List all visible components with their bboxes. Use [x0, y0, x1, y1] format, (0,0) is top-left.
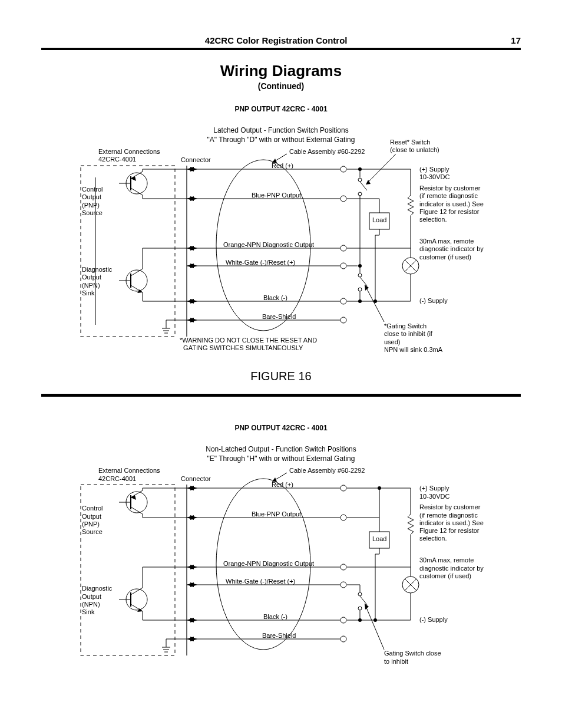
fig16-load: Load [372, 216, 386, 224]
fig17-opt-line2: "E" Through "H" with or without External… [207, 454, 355, 463]
fig17-diagram: External Connections 42CRC-4001 Connecto… [63, 467, 499, 667]
fig16-opt-line1: Latched Output - Function Switch Positio… [213, 126, 348, 134]
fig16-diag-ind: 30mA max, remote diagnostic indicator by… [419, 238, 484, 261]
fig16-red: Red (+) [272, 162, 293, 170]
fig16-white: White-Gate (-)/Reset (+) [226, 259, 295, 266]
svg-point-84 [358, 274, 362, 277]
fig16-bare: Bare-Shield [262, 313, 296, 321]
fig17-black: Black (-) [263, 613, 287, 621]
fig17-supply-neg: (-) Supply [419, 616, 448, 624]
fig16-caption: FIGURE 16 [41, 370, 521, 383]
svg-point-30 [340, 166, 346, 172]
fig17-opt-line1: Non-Latched Output - Function Switch Pos… [206, 445, 356, 453]
fig17-white: White-Gate (-)/Reset (+) [226, 578, 295, 585]
fig16-diag-out: Diagnostic Output (NPN) Sink [82, 266, 112, 297]
fig16-control-out: Control Output (PNP) Source [82, 186, 103, 217]
fig16-reset-sw: Reset* Switch (close to unlatch) [390, 139, 439, 154]
fig17-gating-note: Gating Switch close to inhibit [384, 650, 443, 665]
fig17-connector-lbl: Connector [181, 475, 211, 483]
fig17-subheading: PNP OUTPUT 42CRC - 4001 [41, 424, 521, 432]
fig17-orange: Orange-NPN Diagnostic Output [223, 560, 314, 568]
fig16-gating-note: *Gating Switch close to inhibit (if used… [384, 322, 443, 354]
svg-point-126 [340, 515, 346, 521]
fig17-red: Red (+) [272, 481, 293, 489]
svg-line-90 [365, 285, 384, 322]
fig17-ext-conn: External Connections 42CRC-4001 [98, 467, 160, 482]
svg-point-43 [340, 298, 346, 304]
fig16-supply-pos: (+) Supply 10-30VDC [419, 166, 449, 181]
fig17-diag-out: Diagnostic Output (NPN) Sink [82, 585, 112, 616]
svg-point-140 [340, 636, 346, 642]
svg-point-170 [358, 592, 362, 596]
fig16-option-desc: Latched Output - Function Switch Positio… [41, 126, 521, 144]
fig17-supply-pos: (+) Supply 10-30VDC [419, 485, 449, 500]
fig16-connector-lbl: Connector [181, 156, 211, 164]
svg-line-23 [95, 177, 119, 183]
fig17-blue: Blue-PNP Output [252, 510, 301, 518]
svg-point-122 [340, 485, 346, 491]
page-header: 42CRC Color Registration Control 17 [41, 35, 521, 50]
svg-line-65 [360, 182, 367, 190]
svg-line-85 [360, 277, 367, 286]
svg-point-48 [340, 317, 346, 323]
svg-point-129 [340, 564, 346, 570]
svg-point-135 [340, 617, 346, 623]
svg-line-171 [360, 596, 367, 605]
fig17-resistor-note: Resistor by customer (if remote diagnost… [419, 503, 484, 542]
svg-point-64 [358, 178, 362, 182]
fig17-cable: Cable Assembly #60-2292 [289, 467, 365, 475]
fig17-bare: Bare-Shield [262, 632, 296, 640]
fig16-ext-conn: External Connections 42CRC-4001 [98, 148, 160, 163]
svg-point-172 [358, 607, 362, 610]
fig16-resistor-note: Resistor by customer (if remote diagnost… [419, 185, 484, 223]
fig16-subheading: PNP OUTPUT 42CRC - 4001 [41, 105, 521, 113]
fig17-option-desc: Non-Latched Output - Function Switch Pos… [41, 445, 521, 463]
svg-point-66 [358, 192, 362, 196]
fig16-cable: Cable Assembly #60-2292 [289, 148, 365, 156]
header-title: 42CRC Color Registration Control [41, 35, 511, 45]
fig16-supply-neg: (-) Supply [419, 297, 448, 305]
svg-point-132 [340, 582, 346, 588]
fig17-diag-ind: 30mA max, remote diagnostic indicator by… [419, 556, 484, 580]
fig17-control-out: Control Output (PNP) Source [82, 505, 103, 536]
svg-line-176 [365, 604, 384, 650]
page-number: 17 [511, 35, 521, 45]
section-title: Wiring Diagrams [41, 62, 521, 80]
fig16-blue: Blue-PNP Output [252, 192, 301, 199]
svg-point-40 [340, 263, 346, 269]
section-divider [41, 394, 521, 397]
svg-point-34 [340, 196, 346, 202]
svg-point-86 [358, 288, 362, 291]
fig16-orange: Orange-NPN Diagnostic Output [223, 241, 314, 249]
fig16-black: Black (-) [263, 294, 287, 302]
section-subtitle: (Continued) [41, 81, 521, 91]
fig16-warning: *WARNING DO NOT CLOSE THE RESET AND GATI… [180, 337, 317, 352]
fig17-load: Load [372, 535, 386, 543]
fig16-opt-line2: "A" Through "D" with or without External… [207, 136, 355, 144]
svg-point-37 [340, 245, 346, 251]
fig16-diagram: External Connections 42CRC-4001 Connecto… [63, 148, 499, 366]
